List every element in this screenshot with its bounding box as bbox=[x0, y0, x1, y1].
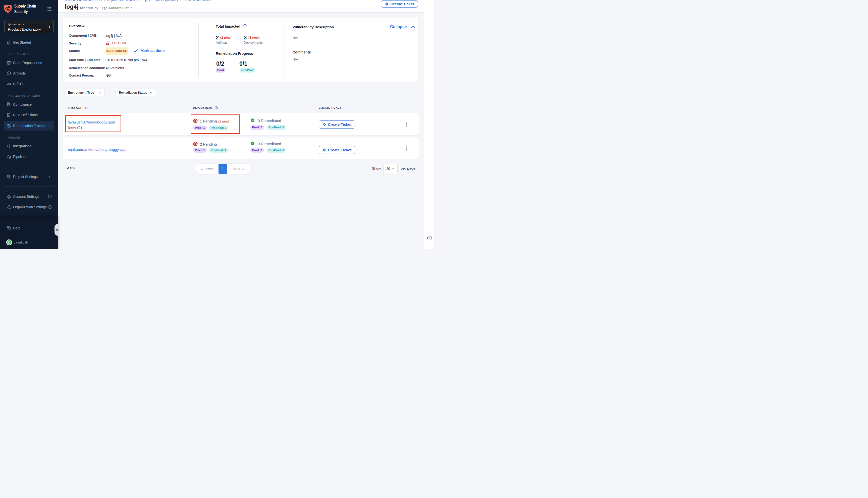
svg-text:?: ? bbox=[8, 226, 9, 228]
